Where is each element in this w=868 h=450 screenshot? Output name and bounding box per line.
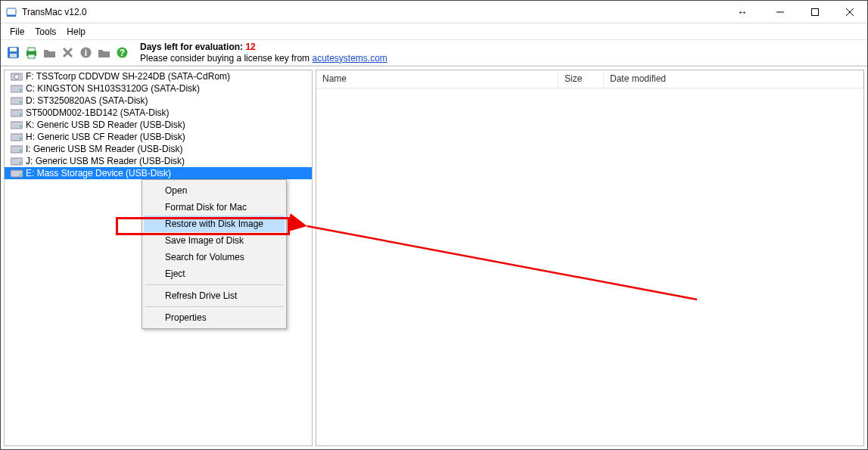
column-name[interactable]: Name: [316, 70, 558, 88]
svg-point-31: [20, 150, 21, 151]
tree-item-label: C: KINGSTON SH103S3120G (SATA-Disk): [26, 83, 200, 94]
menu-tools[interactable]: Tools: [30, 25, 61, 39]
svg-text:?: ?: [119, 48, 124, 58]
window-title: TransMac v12.0: [22, 7, 87, 17]
ctx-format[interactable]: Format Disk for Mac: [144, 199, 285, 216]
eval-days-value: 12: [245, 42, 255, 52]
tree-item[interactable]: J: Generic USB MS Reader (USB-Disk): [5, 155, 312, 167]
svg-point-23: [20, 101, 21, 103]
tree-item-label: F: TSSTcorp CDDVDW SH-224DB (SATA-CdRom): [26, 71, 230, 82]
column-headers: Name Size Date modified: [316, 70, 863, 88]
menu-help[interactable]: Help: [62, 25, 90, 39]
tree-item[interactable]: K: Generic USB SD Reader (USB-Disk): [5, 119, 312, 131]
folder-in-icon[interactable]: [96, 45, 111, 61]
column-date[interactable]: Date modified: [604, 70, 863, 88]
titlebar: TransMac v12.0 ↔: [1, 1, 867, 23]
tree-item[interactable]: C: KINGSTON SH103S3120G (SATA-Disk): [5, 82, 312, 95]
eval-line2-prefix: Please consider buying a license key fro…: [140, 53, 312, 64]
ctx-restore[interactable]: Restore with Disk Image: [144, 216, 285, 232]
svg-point-21: [20, 89, 21, 91]
svg-point-27: [20, 126, 21, 127]
menu-file[interactable]: File: [5, 25, 29, 39]
maximize-button[interactable]: [798, 1, 832, 23]
help-icon[interactable]: ?: [114, 45, 129, 61]
resize-grip-icon[interactable]: ↔: [737, 7, 748, 17]
tree-item-label: K: Generic USB SD Reader (USB-Disk): [26, 119, 185, 130]
tree-item[interactable]: H: Generic USB CF Reader (USB-Disk): [5, 131, 312, 143]
app-window: TransMac v12.0 ↔ File Tools Help i ? Day…: [0, 0, 868, 450]
svg-text:i: i: [84, 48, 86, 58]
content-area: F: TSSTcorp CDDVDW SH-224DB (SATA-CdRom)…: [1, 66, 867, 449]
toolbar: i ? Days left for evaluation: 12 Please …: [1, 40, 867, 66]
ctx-separator: [145, 306, 283, 307]
tree-item[interactable]: ST500DM002-1BD142 (SATA-Disk): [5, 107, 312, 119]
svg-rect-34: [11, 170, 23, 177]
svg-rect-32: [11, 158, 23, 165]
tree-item-label: J: Generic USB MS Reader (USB-Disk): [26, 156, 185, 166]
folder-out-icon[interactable]: [42, 45, 57, 61]
ctx-eject[interactable]: Eject: [144, 265, 285, 282]
eval-days-prefix: Days left for evaluation:: [140, 42, 245, 52]
svg-rect-3: [812, 8, 819, 15]
svg-point-33: [20, 162, 21, 163]
ctx-properties[interactable]: Properties: [144, 309, 285, 326]
app-icon: [5, 6, 17, 18]
tree-item-label: H: Generic USB CF Reader (USB-Disk): [26, 132, 185, 142]
info-icon[interactable]: i: [78, 45, 93, 61]
ctx-refresh[interactable]: Refresh Drive List: [144, 287, 285, 304]
save-icon[interactable]: [5, 45, 20, 61]
menubar: File Tools Help: [1, 23, 867, 40]
ctx-search[interactable]: Search for Volumes: [144, 249, 285, 265]
minimize-button[interactable]: [763, 1, 798, 23]
close-button[interactable]: [832, 1, 867, 23]
svg-point-35: [20, 174, 21, 175]
tree-item-label: D: ST3250820AS (SATA-Disk): [26, 95, 148, 106]
svg-point-29: [20, 138, 21, 139]
ctx-separator: [145, 284, 283, 285]
tree-item[interactable]: E: Mass Storage Device (USB-Disk): [5, 167, 312, 179]
svg-rect-10: [28, 48, 35, 51]
svg-rect-28: [11, 134, 23, 141]
svg-rect-30: [11, 146, 23, 153]
evaluation-notice: Days left for evaluation: 12 Please cons…: [140, 42, 387, 64]
tree-item[interactable]: I: Generic USB SM Reader (USB-Disk): [5, 143, 312, 155]
svg-point-19: [14, 75, 19, 79]
printer-icon[interactable]: [23, 45, 39, 61]
tree-item-label: I: Generic USB SM Reader (USB-Disk): [26, 144, 182, 154]
context-menu: Open Format Disk for Mac Restore with Di…: [142, 179, 287, 329]
column-size[interactable]: Size: [558, 70, 604, 88]
tree-item[interactable]: F: TSSTcorp CDDVDW SH-224DB (SATA-CdRom): [5, 70, 312, 82]
ctx-save[interactable]: Save Image of Disk: [144, 232, 285, 249]
delete-icon[interactable]: [60, 45, 75, 61]
ctx-open[interactable]: Open: [144, 182, 285, 199]
svg-rect-11: [28, 54, 35, 58]
svg-rect-20: [11, 85, 23, 92]
svg-rect-22: [11, 98, 23, 104]
svg-rect-0: [7, 8, 16, 15]
file-list-pane[interactable]: Name Size Date modified: [316, 70, 864, 446]
svg-rect-7: [10, 48, 17, 51]
svg-rect-8: [10, 54, 17, 57]
svg-rect-26: [11, 122, 23, 129]
svg-point-25: [20, 113, 21, 115]
tree-item-label: ST500DM002-1BD142 (SATA-Disk): [26, 107, 170, 118]
svg-rect-1: [7, 15, 16, 17]
svg-rect-24: [11, 110, 23, 116]
acutesystems-link[interactable]: acutesystems.com: [312, 53, 387, 64]
tree-item-label: E: Mass Storage Device (USB-Disk): [26, 168, 171, 178]
tree-item[interactable]: D: ST3250820AS (SATA-Disk): [5, 95, 312, 107]
